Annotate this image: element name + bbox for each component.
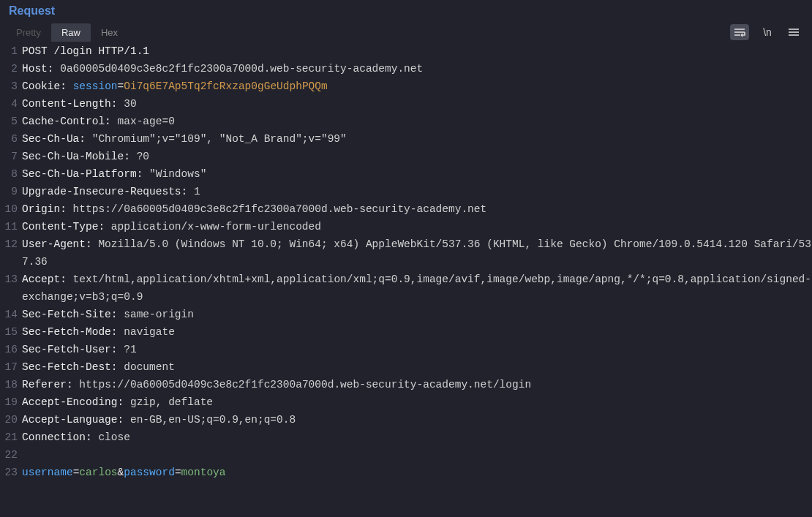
line-number: 9 [0,183,22,200]
code-line[interactable]: 20Accept-Language: en-GB,en-US;q=0.9,en;… [0,411,812,429]
line-number: 13 [0,271,22,288]
line-number: 17 [0,358,22,376]
code-line[interactable]: 7Sec-Ch-Ua-Mobile: ?0 [0,148,812,165]
line-number: 21 [0,429,22,446]
line-number: 10 [0,200,22,218]
tab-pretty[interactable]: Pretty [6,23,51,42]
line-number: 22 [0,446,22,464]
code-line[interactable]: 9Upgrade-Insecure-Requests: 1 [0,183,812,200]
code-line[interactable]: 18Referer: https://0a60005d0409c3e8c2f1f… [0,376,812,393]
hamburger-icon[interactable] [786,25,802,39]
line-number: 1 [0,42,22,60]
code-line[interactable]: 17Sec-Fetch-Dest: document [0,358,812,376]
line-number: 6 [0,130,22,148]
code-line[interactable]: 3Cookie: session=Oi7q6E7Ap5Tq2fcRxzap0gG… [0,78,812,95]
line-number: 3 [0,78,22,95]
line-number: 16 [0,341,22,358]
line-number: 12 [0,235,22,253]
code-line[interactable]: 21Connection: close [0,429,812,446]
wrap-icon[interactable] [730,24,749,40]
code-line[interactable]: 1POST /login HTTP/1.1 [0,42,812,60]
line-number: 11 [0,218,22,235]
panel-title: Request [9,4,803,18]
code-line[interactable]: 11Content-Type: application/x-www-form-u… [0,218,812,235]
view-tabs: Pretty Raw Hex \n [0,19,812,42]
code-line[interactable]: 2Host: 0a60005d0409c3e8c2f1fc2300a7000d.… [0,60,812,78]
code-line[interactable]: 6Sec-Ch-Ua: "Chromium";v="109", "Not_A B… [0,130,812,148]
newline-toggle[interactable]: \n [759,25,775,39]
tab-hex[interactable]: Hex [91,23,128,42]
line-number: 4 [0,95,22,113]
code-line[interactable]: 19Accept-Encoding: gzip, deflate [0,393,812,411]
code-line[interactable]: 14Sec-Fetch-Site: same-origin [0,306,812,323]
code-line[interactable]: 8Sec-Ch-Ua-Platform: "Windows" [0,165,812,183]
line-number: 14 [0,306,22,323]
line-number: 23 [0,464,22,481]
line-number: 18 [0,376,22,393]
code-line[interactable]: 5Cache-Control: max-age=0 [0,113,812,130]
code-line[interactable]: 16Sec-Fetch-User: ?1 [0,341,812,358]
code-line[interactable]: 22 [0,446,812,464]
code-line[interactable]: 12User-Agent: Mozilla/5.0 (Windows NT 10… [0,235,812,271]
code-line[interactable]: 13Accept: text/html,application/xhtml+xm… [0,271,812,306]
code-line[interactable]: 10Origin: https://0a60005d0409c3e8c2f1fc… [0,200,812,218]
code-line[interactable]: 15Sec-Fetch-Mode: navigate [0,323,812,341]
code-line[interactable]: 23username=carlos&password=montoya [0,464,812,481]
line-number: 15 [0,323,22,341]
line-number: 7 [0,148,22,165]
line-number: 8 [0,165,22,183]
tab-raw[interactable]: Raw [51,23,91,42]
request-editor[interactable]: 1POST /login HTTP/1.12Host: 0a60005d0409… [0,42,812,481]
line-number: 2 [0,60,22,78]
line-number: 19 [0,393,22,411]
line-number: 5 [0,113,22,130]
code-line[interactable]: 4Content-Length: 30 [0,95,812,113]
line-number: 20 [0,411,22,429]
